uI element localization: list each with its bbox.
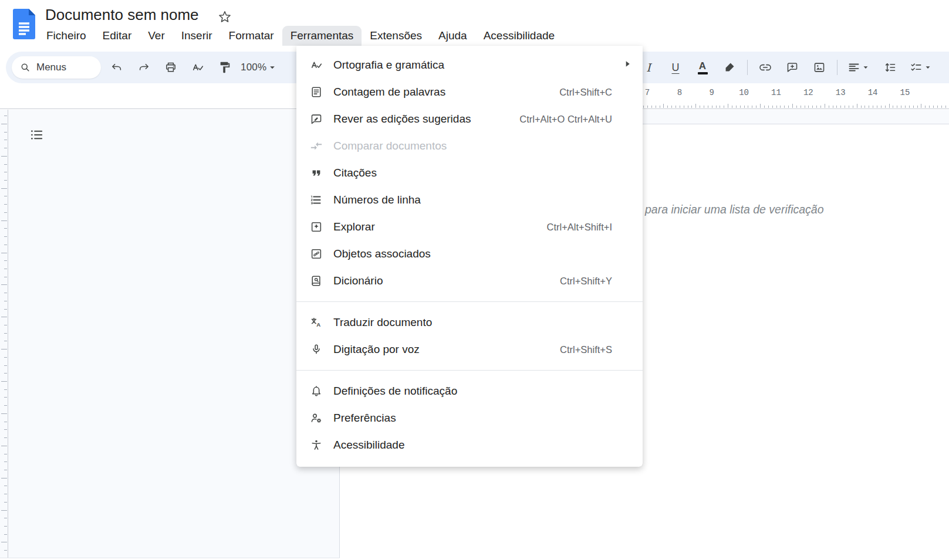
tools-menu-item-rever-as-edicoes-sugeridas[interactable]: Rever as edições sugeridasCtrl+Alt+O Ctr… <box>296 106 643 133</box>
ruler-tick <box>4 461 7 462</box>
tools-menu-item-numeros-de-linha[interactable]: Números de linha <box>296 186 643 213</box>
menu-separator <box>296 370 643 371</box>
redo-button[interactable] <box>133 56 155 79</box>
ruler-number: 15 <box>900 88 910 97</box>
ruler-tick <box>712 106 712 108</box>
spellcheck-button[interactable] <box>187 56 209 79</box>
add-comment-button[interactable] <box>781 56 803 79</box>
ruler-tick <box>905 106 906 108</box>
ruler-tick <box>728 104 728 108</box>
zoom-control[interactable]: 100% <box>241 62 278 73</box>
ruler-tick <box>845 106 845 108</box>
insert-image-button[interactable] <box>808 56 830 79</box>
document-title[interactable]: Documento sem nome <box>45 6 199 24</box>
ruler-tick <box>760 104 761 108</box>
menu-item-label: Explorar <box>333 220 375 233</box>
ruler-tick <box>941 106 942 108</box>
ruler-tick <box>4 470 7 470</box>
menubar-item-acessibilidade[interactable]: Acessibilidade <box>475 26 563 46</box>
docs-logo-icon[interactable] <box>13 9 35 39</box>
ruler-tick <box>881 106 882 108</box>
ruler-tick <box>4 212 7 213</box>
tools-menu-item-explorar[interactable]: ExplorarCtrl+Alt+Shift+I <box>296 213 643 240</box>
tools-menu-item-citacoes[interactable]: Citações <box>296 159 643 186</box>
ruler-tick <box>740 106 741 108</box>
ruler-tick <box>1 542 7 542</box>
dropdown-arrow-icon <box>266 62 278 73</box>
ruler-tick <box>691 106 692 108</box>
align-icon <box>847 61 860 74</box>
ruler-tick <box>748 106 748 108</box>
dropdown-arrow-icon <box>923 62 933 73</box>
ruler-tick <box>688 106 688 108</box>
menubar-item-extensoes[interactable]: Extensões <box>362 26 430 46</box>
ruler-tick <box>4 429 7 430</box>
paint-format-button[interactable] <box>214 56 236 79</box>
menu-item-shortcut: Ctrl+Shift+C <box>559 87 612 98</box>
tools-menu-item-definicoes-de-notificacao[interactable]: Definições de notificação <box>296 378 643 405</box>
checklist-button[interactable] <box>906 56 937 79</box>
menubar-item-ficheiro[interactable]: Ficheiro <box>38 26 94 46</box>
menubar-item-editar[interactable]: Editar <box>94 26 140 46</box>
text-color-button[interactable]: A <box>691 56 714 79</box>
ruler-tick <box>829 106 829 108</box>
ruler-tick <box>801 106 801 108</box>
ruler-tick <box>4 550 7 551</box>
menubar-item-ver[interactable]: Ver <box>140 26 173 46</box>
print-button[interactable] <box>160 56 182 79</box>
italic-icon: I <box>646 61 651 74</box>
ruler-tick <box>4 341 7 341</box>
notification-settings-icon <box>309 385 323 398</box>
ruler-tick <box>684 106 684 108</box>
citations-icon <box>309 167 323 179</box>
menu-item-label: Definições de notificação <box>333 385 457 398</box>
svg-text:A: A <box>316 321 320 328</box>
menu-item-shortcut: Ctrl+Alt+O Ctrl+Alt+U <box>519 114 612 125</box>
ruler-tick <box>4 389 7 390</box>
translate-icon: A <box>309 316 323 329</box>
tools-menu-item-acessibilidade[interactable]: Acessibilidade <box>296 432 643 459</box>
ruler-tick <box>643 106 644 108</box>
tools-menu-item-contagem-de-palavras[interactable]: Contagem de palavrasCtrl+Shift+C <box>296 79 643 106</box>
ruler-tick <box>704 106 704 108</box>
tools-menu-item-traduzir-documento[interactable]: ATraduzir documento <box>296 309 643 336</box>
tools-menu-item-digitacao-por-voz[interactable]: Digitação por vozCtrl+Shift+S <box>296 336 643 363</box>
ruler-tick <box>833 106 833 108</box>
menubar-item-ferramentas[interactable]: Ferramentas <box>282 26 362 46</box>
ruler-tick <box>937 106 938 108</box>
document-outline-button[interactable] <box>25 123 48 147</box>
menubar-item-ajuda[interactable]: Ajuda <box>430 26 475 46</box>
header: Documento sem nome FicheiroEditarVerInse… <box>0 0 949 52</box>
ruler-tick <box>4 116 7 116</box>
tools-menu-item-dicionario[interactable]: DicionárioCtrl+Shift+Y <box>296 267 643 294</box>
ruler-tick <box>4 269 7 269</box>
dropdown-arrow-icon <box>860 62 871 73</box>
menu-separator <box>296 301 643 302</box>
align-button[interactable] <box>844 56 874 79</box>
ruler-tick <box>1 510 7 511</box>
menu-item-label: Comparar documentos <box>333 140 447 152</box>
ruler-tick <box>720 106 720 108</box>
ruler-tick <box>4 204 7 205</box>
ruler-tick <box>4 518 7 518</box>
tools-menu-item-preferencias[interactable]: Preferências <box>296 405 643 432</box>
toolbar-left-group <box>106 56 236 79</box>
tools-menu-item-objetos-associados[interactable]: Objetos associados <box>296 240 643 267</box>
menus-search-button[interactable]: Menus <box>12 56 101 79</box>
menubar-item-formatar[interactable]: Formatar <box>221 26 282 46</box>
ruler-tick <box>885 106 886 108</box>
menubar-item-inserir[interactable]: Inserir <box>173 26 221 46</box>
menu-item-label: Ortografia e gramática <box>333 59 444 72</box>
ruler-tick <box>877 106 877 108</box>
menu-item-label: Preferências <box>333 412 396 425</box>
highlight-button[interactable] <box>718 56 741 79</box>
ruler-tick <box>4 277 7 277</box>
underline-button[interactable]: U <box>664 56 687 79</box>
ruler-tick <box>873 106 873 108</box>
undo-button[interactable] <box>106 56 128 79</box>
star-button[interactable] <box>216 8 234 25</box>
ruler-tick <box>820 106 821 108</box>
tools-menu-item-ortografia-e-gramatica[interactable]: Ortografia e gramática <box>296 52 643 79</box>
insert-link-button[interactable] <box>754 56 776 79</box>
line-spacing-button[interactable] <box>879 56 901 79</box>
